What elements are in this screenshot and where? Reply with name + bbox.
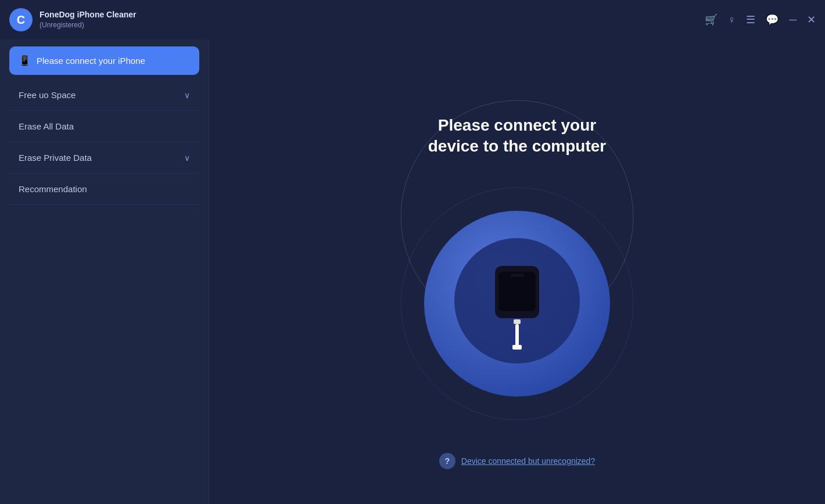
unrecognized-link-row[interactable]: ? Device connected but unrecognized? (439, 453, 595, 469)
close-icon[interactable]: ✕ (807, 13, 816, 26)
sidebar-item-erase-private[interactable]: Erase Private Data ∨ (9, 142, 199, 174)
sidebar-active-label: Please connect your iPhone (37, 56, 145, 66)
connect-heading: Please connect your device to the comput… (401, 115, 633, 157)
svg-rect-9 (512, 345, 522, 350)
profile-icon[interactable]: ♀ (728, 14, 736, 26)
menu-icon[interactable]: ☰ (746, 13, 755, 26)
unrecognized-link[interactable]: Device connected but unrecognized? (461, 456, 595, 466)
sidebar-item-connect[interactable]: 📱 Please connect your iPhone (9, 46, 199, 75)
chevron-down-icon-2: ∨ (184, 153, 190, 163)
main-layout: 📱 Please connect your iPhone Free uo Spa… (0, 39, 825, 504)
svg-rect-7 (514, 319, 521, 324)
connect-line1: Please connect your (438, 116, 596, 134)
title-bar-controls: 🛒 ♀ ☰ 💬 ─ ✕ (705, 13, 816, 26)
app-title-block: FoneDog iPhone Cleaner (Unregistered) (40, 9, 136, 30)
chevron-down-icon: ∨ (184, 91, 190, 100)
cart-icon[interactable]: 🛒 (705, 13, 718, 26)
connect-line2: device to the computer (428, 137, 607, 155)
chat-icon[interactable]: 💬 (766, 13, 779, 26)
connect-illustration: Please connect your device to the comput… (354, 98, 680, 423)
sidebar: 📱 Please connect your iPhone Free uo Spa… (0, 39, 209, 504)
erase-private-label: Erase Private Data (19, 153, 92, 163)
app-subtitle: (Unregistered) (40, 20, 136, 30)
app-name: FoneDog iPhone Cleaner (40, 9, 136, 21)
erase-all-label: Erase All Data (19, 121, 74, 131)
sidebar-item-free-space[interactable]: Free uo Space ∨ (9, 80, 199, 111)
svg-rect-5 (498, 272, 536, 311)
app-logo: C (9, 8, 33, 31)
recommendation-label: Recommendation (19, 184, 87, 194)
free-space-label: Free uo Space (19, 90, 76, 100)
minimize-icon[interactable]: ─ (789, 14, 797, 26)
main-content: Please connect your device to the comput… (209, 39, 825, 504)
question-badge: ? (439, 453, 455, 469)
svg-rect-8 (515, 324, 519, 346)
app-branding: C FoneDog iPhone Cleaner (Unregistered) (9, 8, 136, 31)
phone-icon: 📱 (19, 55, 31, 67)
sidebar-item-erase-all[interactable]: Erase All Data (9, 111, 199, 142)
sidebar-item-recommendation[interactable]: Recommendation (9, 174, 199, 205)
svg-rect-6 (510, 274, 524, 277)
title-bar: C FoneDog iPhone Cleaner (Unregistered) … (0, 0, 825, 39)
